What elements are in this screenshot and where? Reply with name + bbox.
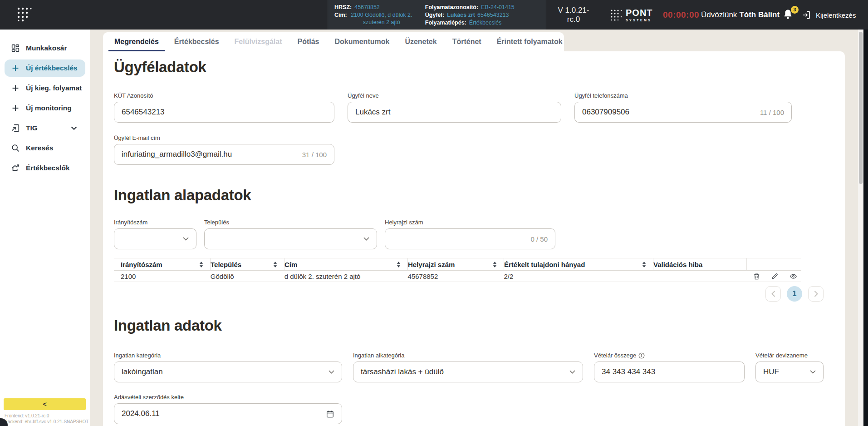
sort-icon[interactable] (642, 262, 649, 267)
chevron-down-icon (810, 370, 816, 374)
tab-tortenet[interactable]: Történet (445, 32, 489, 51)
tab-erintett-folyamatok[interactable]: Érintett folyamatok (489, 32, 570, 51)
process-info-meta-col: Folyamatazonosító: EB-24-01415 Ügyfél: L… (425, 4, 515, 26)
app-logo-dots-icon (16, 6, 32, 24)
customer-id: 6546543213 (477, 11, 509, 19)
col-header-validacios-hiba[interactable]: Validációs hiba (653, 258, 747, 270)
sidebar-item-label: Munkakosár (26, 44, 67, 52)
sidebar-item-uj-monitoring[interactable]: Új monitoring (5, 99, 85, 117)
tab-megrendeles[interactable]: Megrendelés (107, 32, 167, 51)
calendar-icon[interactable] (326, 410, 334, 418)
notification-badge: 3 (791, 6, 799, 14)
sidebar-item-kereses[interactable]: Keresés (5, 139, 85, 157)
tab-ertekbecsles[interactable]: Értékbecslés (167, 32, 227, 51)
cim-value: 2100 Gödöllő, d dűlök 2. szuterén 2 ajtó (350, 11, 413, 26)
eye-icon (789, 272, 798, 280)
city-select[interactable] (204, 228, 377, 249)
currency-value: HUF (763, 367, 779, 376)
greeting-text: Üdvözlünk (701, 10, 737, 19)
sort-icon[interactable] (273, 262, 280, 267)
phone-input[interactable]: 06307909506 11 / 100 (574, 102, 792, 123)
sidebar-item-ertekbecslok[interactable]: Értékbecslők (5, 159, 85, 177)
logo-subtitle: SYSTEMS (626, 19, 653, 22)
sidebar-item-label: TIG (26, 124, 38, 132)
app-version: V 1.0.21-rc.0 (552, 6, 595, 24)
delete-row-button[interactable] (753, 272, 760, 280)
greeting: ÜdvözlünkTóth Bálint (701, 10, 780, 20)
price-input[interactable]: 34 343 434 343 (594, 362, 745, 382)
phone-counter: 11 / 100 (760, 109, 784, 116)
vertical-scrollbar-thumb[interactable] (859, 32, 863, 184)
currency-label: Vételár devizaneme (755, 352, 824, 359)
pagination-next-button[interactable] (808, 286, 824, 302)
cim-label: Cím: (334, 11, 347, 19)
kut-input[interactable]: 6546543213 (114, 102, 334, 123)
user-name: Tóth Bálint (739, 10, 780, 19)
sidebar-item-munkakosar[interactable]: Munkakosár (5, 40, 85, 57)
main-area: Megrendelés Értékbecslés Felülvizsgálat … (90, 30, 868, 426)
contract-date-value: 2024.06.11 (122, 409, 160, 418)
col-header-tulajdoni-hanyad[interactable]: Értékelt tulajdoni hányad (504, 258, 653, 270)
plus-icon (10, 103, 20, 113)
arrow-into-box-icon (10, 123, 20, 133)
email-input[interactable]: infuriating_armadillo3@gmail.hu 31 / 100 (114, 144, 334, 165)
contract-date-label: Adásvételi szerződés kelte (114, 394, 342, 401)
category-select[interactable]: lakóingatlan (114, 362, 342, 382)
col-header-telepules[interactable]: Település (211, 258, 284, 270)
sidebar-collapse-button[interactable]: < (4, 398, 86, 410)
logout-button[interactable]: Kijelentkezés (801, 10, 856, 20)
notifications-button[interactable]: 3 (782, 8, 795, 22)
content-card: Ügyféladatok KÜT Azonosító 6546543213 Üg… (103, 51, 845, 426)
sidebar-item-label: Értékbecslők (26, 164, 70, 172)
frontend-version: Frontend: v1.0.21-rc.0 (5, 413, 49, 418)
property-filter-row: Irányítószám Település Helyrajzi szám 0 … (114, 219, 555, 249)
pagination-prev-button[interactable] (765, 286, 781, 302)
process-id-label: Folyamatazonosító: (425, 4, 478, 11)
section-title-ugyfeladatok: Ügyféladatok (114, 59, 206, 76)
customer-name-input[interactable]: Lukács zrt (348, 102, 561, 123)
email-value: infuriating_armadillo3@gmail.hu (122, 150, 232, 159)
tab-potlas[interactable]: Pótlás (289, 32, 327, 51)
tab-bar: Megrendelés Értékbecslés Felülvizsgálat … (103, 32, 564, 51)
info-icon[interactable] (638, 352, 645, 359)
col-header-helyrajzi-szam[interactable]: Helyrajzi szám (408, 258, 504, 270)
sidebar-item-uj-kieg-folyamat[interactable]: Új kieg. folyamat (5, 79, 85, 97)
property-table: Irányítószám Település Cím Helyrajzi szá… (114, 258, 801, 282)
table-header-row: Irányítószám Település Cím Helyrajzi szá… (114, 258, 801, 271)
table-row[interactable]: 2100 Gödöllő d dülök 2. szuterén 2 ajtó … (114, 271, 801, 282)
phone-value: 06307909506 (582, 108, 629, 117)
edit-row-button[interactable] (771, 272, 779, 280)
sidebar-nav: Munkakosár Új értékbecslés Új kieg. foly… (0, 30, 90, 177)
zip-select[interactable] (114, 228, 196, 249)
sidebar-item-uj-ertekbecsles[interactable]: Új értékbecslés (5, 59, 85, 77)
customer-label: Ügyfél: (425, 11, 444, 19)
tab-dokumentumok[interactable]: Dokumentumok (327, 32, 397, 51)
subcategory-label: Ingatlan alkategória (353, 352, 583, 359)
sidebar-item-label: Új értékbecslés (26, 64, 78, 72)
contract-date-input[interactable]: 2024.06.11 (114, 403, 342, 424)
subcategory-select[interactable]: társasházi lakás + üdülő (353, 362, 583, 382)
pont-systems-logo: PONT SYSTEMS (610, 8, 653, 22)
city-label: Település (204, 219, 377, 226)
col-header-iranyitoszam[interactable]: Irányítószám (121, 258, 211, 270)
process-info-panel: HRSZ: 45678852 Cím: 2100 Gödöllő, d dűlö… (328, 0, 546, 30)
step-label: Folyamatlépés: (425, 19, 466, 26)
property-fields-row: Ingatlan kategória lakóingatlan Ingatlan… (114, 352, 824, 382)
search-icon (10, 143, 20, 153)
sort-icon[interactable] (397, 262, 404, 267)
kut-label: KÜT Azonosító (114, 92, 334, 99)
sidebar-item-tig[interactable]: TIG (5, 119, 85, 137)
sidebar-item-label: Új monitoring (26, 104, 72, 112)
currency-select[interactable]: HUF (755, 362, 824, 382)
tab-uzenetek[interactable]: Üzenetek (397, 32, 444, 51)
pont-logo-dots-icon (610, 9, 622, 21)
email-label: Ügyfél E-mail cím (114, 134, 334, 141)
cell-share: 2/2 (504, 272, 653, 280)
view-row-button[interactable] (789, 272, 798, 280)
sort-icon[interactable] (493, 262, 500, 267)
sort-icon[interactable] (199, 262, 206, 267)
chevron-down-icon (329, 370, 334, 374)
pagination-page-1[interactable]: 1 (787, 286, 802, 302)
col-header-cim[interactable]: Cím (284, 258, 408, 270)
parcel-input[interactable]: 0 / 50 (385, 228, 555, 249)
